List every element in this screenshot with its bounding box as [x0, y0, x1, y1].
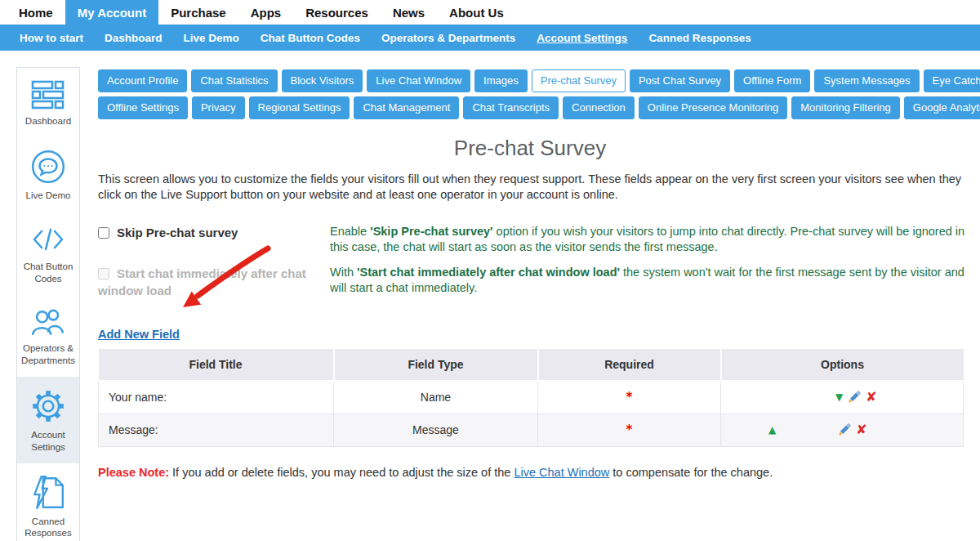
tab-post-chat-survey[interactable]: Post Chat Survey [630, 69, 730, 92]
tab-offline-form[interactable]: Offline Form [734, 69, 810, 92]
please-note-label: Please Note: [98, 466, 169, 479]
start-chat-label: Start chat immediately after chat window… [98, 266, 306, 297]
column-header-field-title: Field Title [99, 349, 334, 381]
sidebar-item-label: Live Demo [26, 190, 71, 202]
field-type-cell: Message [334, 414, 538, 446]
tab-images[interactable]: Images [474, 69, 528, 92]
skip-prechat-checkbox[interactable] [98, 227, 109, 239]
options-cell: ▲✘ [721, 414, 964, 446]
live-chat-window-link[interactable]: Live Chat Window [514, 466, 609, 479]
move-up-icon[interactable]: ▲ [768, 424, 776, 436]
column-header-required: Required [538, 349, 721, 381]
topnav-resources[interactable]: Resources [293, 0, 381, 25]
sidebar-item-operators-departments[interactable]: Operators & Departments [17, 295, 79, 377]
add-new-field-link[interactable]: Add New Field [98, 328, 180, 341]
topnav-apps[interactable]: Apps [238, 0, 294, 25]
tab-google-analytics[interactable]: Google Analytics [904, 96, 980, 119]
gear-icon [29, 387, 67, 425]
sidebar-item-label: Chat Button Codes [19, 261, 78, 285]
options-cell: ▼✘ [721, 381, 964, 414]
canned-responses-icon [29, 474, 67, 512]
tab-monitoring-filtering[interactable]: Monitoring Filtering [791, 96, 900, 119]
skip-prechat-description: Enable 'Skip Pre-chat survey' option if … [330, 224, 970, 256]
intro-text: This screen allows you to customize the … [98, 172, 970, 203]
live-demo-icon [29, 148, 67, 186]
sidebar: Dashboard Live Demo Chat Button Codes [16, 67, 80, 541]
tab-block-visitors[interactable]: Block Visitors [282, 69, 363, 92]
edit-icon[interactable] [838, 426, 851, 439]
sidebar-item-chat-button-codes[interactable]: Chat Button Codes [17, 212, 79, 295]
sidebar-item-label: Account Settings [19, 429, 78, 454]
table-row: Your name: Name * ▼✘ [99, 381, 964, 414]
skip-prechat-option: Skip Pre-chat survey [98, 224, 320, 256]
topnav-home[interactable]: Home [7, 0, 65, 25]
table-row: Message: Message * ▲✘ [99, 414, 964, 446]
tab-pre-chat-survey[interactable]: Pre-chat Survey [532, 69, 626, 92]
required-cell: * [538, 381, 721, 414]
table-header-row: Field Title Field Type Required Options [99, 349, 964, 381]
subnav-dashboard[interactable]: Dashboard [94, 32, 173, 44]
page-title: Pre-chat Survey [90, 136, 970, 161]
settings-tabs-row-2: Offline Settings Privacy Regional Settin… [98, 96, 970, 119]
survey-options: Skip Pre-chat survey Enable 'Skip Pre-ch… [98, 224, 970, 299]
sidebar-item-canned-responses[interactable]: Canned Responses [17, 463, 79, 541]
field-type-cell: Name [334, 381, 538, 414]
topnav-news[interactable]: News [381, 0, 437, 25]
tab-chat-statistics[interactable]: Chat Statistics [191, 69, 277, 92]
please-note: Please Note: If you add or delete fields… [98, 466, 970, 479]
subnav-canned-responses[interactable]: Canned Responses [638, 32, 761, 44]
people-icon [29, 306, 67, 338]
subnav-how-to-start[interactable]: How to start [9, 32, 94, 44]
dashboard-icon [30, 78, 66, 111]
sub-navigation: How to start Dashboard Live Demo Chat Bu… [0, 25, 980, 51]
column-header-options: Options [721, 349, 964, 381]
start-chat-checkbox[interactable] [98, 268, 109, 279]
start-chat-description: With 'Start chat immediately after chat … [330, 265, 970, 299]
tab-chat-transcripts[interactable]: Chat Transcripts [463, 96, 559, 119]
topnav-about-us[interactable]: About Us [437, 0, 516, 25]
topnav-my-account[interactable]: My Account [65, 0, 158, 25]
tab-chat-management[interactable]: Chat Management [354, 96, 459, 119]
required-asterisk: * [626, 390, 633, 405]
tab-system-messages[interactable]: System Messages [814, 69, 919, 92]
main-content: Account Profile Chat Statistics Block Vi… [90, 65, 970, 479]
sidebar-item-label: Dashboard [25, 115, 71, 127]
move-down-icon[interactable]: ▼ [835, 391, 843, 403]
tab-offline-settings[interactable]: Offline Settings [98, 96, 188, 119]
tab-account-profile[interactable]: Account Profile [98, 69, 187, 92]
sidebar-item-label: Operators & Departments [19, 342, 78, 367]
subnav-live-demo[interactable]: Live Demo [173, 32, 250, 44]
required-asterisk: * [626, 423, 633, 437]
sidebar-item-label: Canned Responses [19, 516, 78, 540]
delete-icon[interactable]: ✘ [856, 422, 866, 437]
sidebar-item-dashboard[interactable]: Dashboard [17, 68, 79, 137]
top-navigation: Home My Account Purchase Apps Resources … [0, 0, 980, 25]
tab-online-presence-monitoring[interactable]: Online Presence Monitoring [639, 96, 787, 119]
subnav-account-settings[interactable]: Account Settings [526, 32, 638, 44]
topnav-purchase[interactable]: Purchase [158, 0, 238, 25]
sidebar-item-account-settings[interactable]: Account Settings [17, 377, 79, 463]
tab-live-chat-window[interactable]: Live Chat Window [367, 69, 470, 92]
field-title-cell: Message: [99, 414, 334, 446]
column-header-field-type: Field Type [334, 349, 538, 381]
sidebar-item-live-demo[interactable]: Live Demo [17, 137, 79, 212]
subnav-chat-button-codes[interactable]: Chat Button Codes [250, 32, 371, 44]
skip-prechat-label: Skip Pre-chat survey [98, 226, 238, 239]
field-title-cell: Your name: [99, 381, 334, 414]
tab-regional-settings[interactable]: Regional Settings [249, 96, 350, 119]
delete-icon[interactable]: ✘ [866, 389, 876, 405]
tab-privacy[interactable]: Privacy [192, 96, 245, 119]
tab-connection[interactable]: Connection [563, 96, 635, 119]
subnav-operators-departments[interactable]: Operators & Departments [371, 32, 526, 44]
prechat-fields-table: Field Title Field Type Required Options … [98, 349, 964, 447]
code-icon [29, 222, 67, 257]
required-cell: * [538, 414, 721, 446]
edit-icon[interactable] [848, 393, 861, 406]
tab-eye-catcher[interactable]: Eye Catcher [924, 69, 980, 92]
start-chat-option: Start chat immediately after chat window… [98, 265, 320, 299]
settings-tabs-row-1: Account Profile Chat Statistics Block Vi… [98, 69, 970, 92]
